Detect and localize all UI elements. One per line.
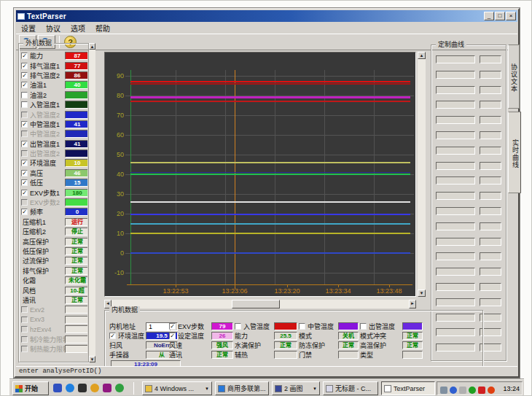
empty-badge	[65, 306, 87, 314]
quicklaunch-icon-6[interactable]	[115, 384, 124, 392]
gridline-horizontal	[125, 273, 414, 273]
taskbar-window-button[interactable]: TextParser	[381, 381, 435, 395]
checkbox[interactable]	[235, 323, 241, 330]
indoor-field-label: 辅热	[235, 351, 273, 359]
chart-vscroll-track[interactable]	[418, 52, 426, 297]
taskbar-window-button[interactable]: 4 Windows ...▼	[142, 381, 212, 395]
custom-curve-name-field[interactable]	[436, 86, 475, 94]
custom-curve-value-field[interactable]	[480, 101, 501, 109]
chart-scroll-down-icon[interactable]: ▼	[418, 290, 426, 297]
checkbox[interactable]: ✓	[21, 82, 28, 88]
tray-icon-3[interactable]	[459, 387, 466, 394]
custom-curve-value-field[interactable]	[480, 298, 501, 306]
side-tab-1[interactable]: 协议文本	[508, 44, 520, 109]
checkbox[interactable]: ✓	[21, 121, 28, 128]
indoor-field-label: 内机地址	[109, 322, 146, 330]
checkbox[interactable]: ✓	[21, 160, 28, 166]
scroll-down-icon[interactable]: ▼	[89, 356, 95, 362]
checkbox[interactable]: ✓	[21, 170, 28, 176]
chevron-down-icon[interactable]: ▼	[313, 387, 317, 391]
custom-curve-value-field[interactable]	[480, 131, 501, 139]
custom-curve-value-field[interactable]	[480, 222, 501, 230]
minimize-button[interactable]: _	[484, 12, 494, 20]
custom-curve-value-field[interactable]	[480, 283, 501, 291]
maximize-button[interactable]: □	[495, 12, 505, 20]
custom-curve-name-field[interactable]	[436, 252, 475, 260]
custom-curve-name-field[interactable]	[436, 147, 475, 155]
custom-curve-name-field[interactable]	[436, 131, 475, 139]
quicklaunch-icon-1[interactable]	[53, 384, 62, 392]
custom-curve-value-field[interactable]	[480, 252, 501, 260]
checkbox[interactable]: ✓	[21, 209, 28, 215]
quicklaunch-icon-5[interactable]	[103, 384, 112, 392]
side-tab-2[interactable]: 实时曲线	[508, 112, 521, 193]
menu-item[interactable]: 设置	[16, 23, 41, 34]
quicklaunch-icon-2[interactable]	[66, 384, 74, 392]
custom-curve-value-field[interactable]	[480, 147, 501, 155]
custom-curve-name-field[interactable]	[436, 116, 475, 124]
taskbar-window-button[interactable]: 2 画图▼	[272, 381, 320, 395]
checkbox[interactable]: ✓	[169, 333, 176, 339]
checkbox[interactable]: ✓	[21, 179, 28, 186]
taskbar-window-button[interactable]: 无标题 - C...	[323, 381, 378, 395]
custom-curve-value-field[interactable]	[480, 116, 501, 124]
custom-curve-name-field[interactable]	[436, 192, 475, 200]
checkbox[interactable]: ✓	[21, 141, 28, 147]
custom-curve-value-field[interactable]	[480, 192, 501, 200]
custom-curve-name-field[interactable]	[436, 238, 475, 246]
window-button-label: 2 画图	[284, 384, 311, 393]
outdoor-data-title: 外机数据	[23, 39, 54, 47]
custom-curve-name-field[interactable]	[436, 298, 475, 306]
sidebar-scroll-track[interactable]	[89, 43, 95, 362]
checkbox[interactable]: ✓	[169, 323, 176, 330]
chart-scroll-right-icon[interactable]: ►	[409, 300, 416, 308]
titlebar[interactable]: TextParser _ □ ×	[16, 10, 517, 22]
custom-curve-name-field[interactable]	[436, 222, 475, 230]
checkbox[interactable]: ✓	[21, 72, 28, 79]
checkbox[interactable]	[360, 323, 367, 330]
custom-curve-value-field[interactable]	[480, 238, 501, 246]
checkbox[interactable]	[21, 92, 28, 98]
menu-item[interactable]: 选项	[66, 23, 90, 34]
custom-curve-name-field[interactable]	[436, 101, 475, 109]
quicklaunch-icon-4[interactable]	[90, 384, 99, 392]
custom-curve-name-field[interactable]	[436, 207, 475, 215]
custom-curve-value-field[interactable]	[480, 268, 501, 276]
start-button[interactable]: 开始	[12, 381, 49, 395]
scroll-up-icon[interactable]: ▲	[89, 43, 95, 50]
checkbox[interactable]	[21, 101, 28, 108]
custom-curve-value-field[interactable]	[480, 86, 501, 94]
tray-icon-4[interactable]	[469, 387, 476, 394]
x-axis-tick-label: 13:23:06	[213, 287, 257, 295]
trend-chart[interactable]: 9080706050403020100-1013:22:5313:23:0613…	[104, 52, 416, 297]
custom-curve-value-field[interactable]	[480, 71, 501, 79]
custom-curve-name-field[interactable]	[436, 55, 475, 63]
custom-curve-value-field[interactable]	[480, 207, 501, 215]
chevron-down-icon[interactable]: ▼	[205, 387, 209, 391]
custom-curve-name-field[interactable]	[436, 268, 475, 276]
custom-curve-value-field[interactable]	[480, 176, 501, 185]
tray-icon-1[interactable]	[440, 387, 447, 394]
custom-curve-name-field[interactable]	[436, 176, 475, 185]
menu-item[interactable]: 帮助	[90, 23, 115, 34]
sidebar-row: 出管温度2	[20, 149, 87, 158]
checkbox[interactable]: ✓	[21, 63, 28, 69]
checkbox[interactable]	[299, 323, 305, 330]
checkbox[interactable]: ✓	[109, 333, 116, 339]
tray-icon-6[interactable]	[488, 387, 495, 394]
menu-item[interactable]: 协议	[41, 23, 66, 34]
custom-curve-value-field[interactable]	[480, 55, 501, 63]
chart-scroll-up-icon[interactable]: ▲	[418, 52, 426, 59]
custom-curve-value-field[interactable]	[480, 162, 501, 170]
tray-icon-2[interactable]	[450, 387, 457, 394]
quicklaunch-icon-3[interactable]	[78, 384, 87, 392]
checkbox[interactable]: ✓	[21, 190, 28, 196]
chart-hscroll-thumb[interactable]	[232, 300, 280, 308]
tray-icon-5[interactable]	[478, 387, 485, 394]
taskbar-window-button[interactable]: 商用多联第...	[215, 381, 269, 395]
checkbox[interactable]: ✓	[21, 53, 28, 59]
close-button[interactable]: ×	[506, 12, 516, 20]
custom-curve-name-field[interactable]	[436, 283, 475, 291]
custom-curve-name-field[interactable]	[436, 71, 475, 79]
custom-curve-name-field[interactable]	[436, 162, 475, 170]
